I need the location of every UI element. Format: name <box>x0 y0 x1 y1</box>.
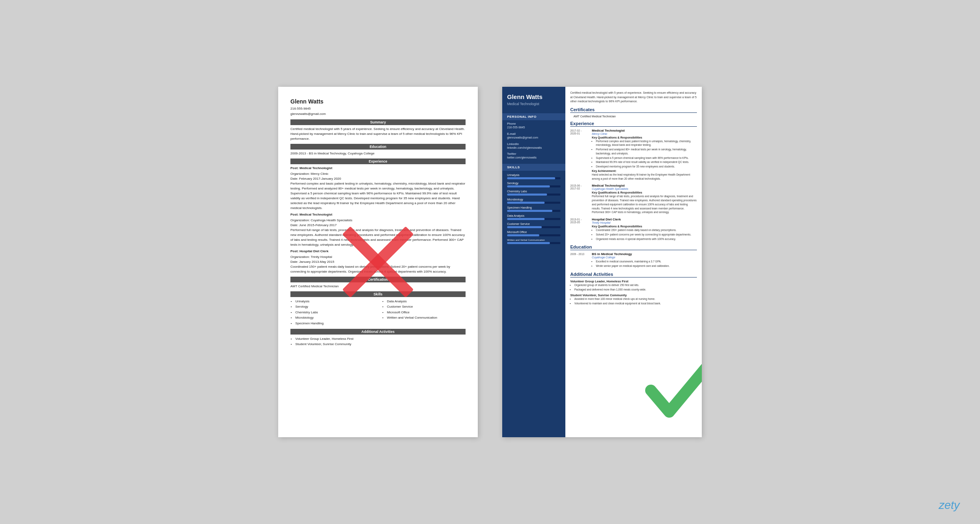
right-job3-title: Hospital Diet Clerk <box>592 218 697 221</box>
right-job1-achievement: Hand selected as the lead respiratory fi… <box>592 173 697 181</box>
act1-b2: Packaged and delivered more than 1,000 m… <box>574 288 697 292</box>
right-job1-kq: Key Qualifications & Responsibilities <box>592 136 697 139</box>
job3-desc: Coordinated 150+ patient meals daily bas… <box>290 264 466 274</box>
education-divider: Education <box>290 144 466 150</box>
right-edu: 2009 - 2013 BS in Medical Technology Cuy… <box>570 252 697 269</box>
skill-msoffice: Microsoft Office <box>387 310 466 315</box>
linkedin-field: LinkedIn linkedin.com/in/glennzwatts <box>502 141 565 151</box>
skill-bar-specimen: Specimen Handling <box>502 205 565 213</box>
activity1: Volunteer Group Leader, Homeless First <box>295 336 466 342</box>
zety-logo: zety <box>939 499 960 512</box>
phone-field: Phone 216-555-9845 <box>502 120 565 130</box>
right-job2-details: Medical Technologist Cuyahoga Health Spe… <box>592 184 697 214</box>
job1-desc: Performed complex and basic patient test… <box>290 181 466 211</box>
job2-post: Post: Medical Technologist <box>290 212 466 217</box>
right-job1-bullets: Performed complex and basic patient test… <box>592 139 697 169</box>
job3-post: Post: Hospital Diet Clerk <box>290 249 466 254</box>
skill-bar-verbal: Written and Verbal Communication <box>502 238 565 245</box>
cert-text: AMT Certified Medical Technician <box>570 115 697 118</box>
job3-date: Date: January 2013-May 2015 <box>290 260 466 264</box>
resume-left: Glenn Watts 216-555-9845 glennzwatts@gma… <box>278 87 478 437</box>
left-contact: 216-555-9845 glennzwatts@gmail.com <box>290 106 466 117</box>
skill-serology: Serology <box>295 304 374 310</box>
right-job1-b2: Performed and analyzed 80+ medical tests… <box>596 148 697 156</box>
job2-desc: Performed full range of lab tests, proce… <box>290 228 466 247</box>
linkedin-label: LinkedIn <box>507 143 560 145</box>
activity2: Student Volunteer, Sunrise Community <box>295 341 466 347</box>
right-job3-dates: 2013-01 - 2015-05 <box>570 218 589 241</box>
activity-1: Volunteer Group Leader, Homeless First O… <box>570 280 697 292</box>
job3: Post: Hospital Diet Clerk Organization: … <box>290 249 466 274</box>
summary-divider: Summary <box>290 119 466 125</box>
right-job3: 2013-01 - 2015-05 Hospital Diet Clerk Tr… <box>570 218 697 241</box>
act2-b1: Assisted in more than 100 minor medical … <box>574 297 697 301</box>
email-label: E-mail <box>507 132 560 135</box>
job1-post: Post: Medical Technologist <box>290 166 466 171</box>
right-job3-company: Trinity Hospital <box>592 221 697 224</box>
right-edu-b1: Excelled in medical coursework, maintain… <box>596 260 697 264</box>
skill-bar-customer: Customer Service <box>502 221 565 229</box>
cert-divider: Certification <box>290 277 466 282</box>
skills-bars: Urinalysis Serology Chemistry Labs Micro… <box>502 171 565 247</box>
right-name: Glenn Watts <box>507 93 560 101</box>
job2: Post: Medical Technologist Organization:… <box>290 212 466 247</box>
right-job1-company: Mercy Clinic <box>592 132 697 135</box>
cert-content: AMT Certified Medical Technician <box>290 284 466 289</box>
job3-post-label: Post: Hospital Diet Clerk <box>290 249 328 253</box>
skill-bar-micro: Microbiology <box>502 197 565 205</box>
email-value: glennzwatts@gmail.com <box>507 136 560 140</box>
right-job1-achievement-label: Key Achievement: <box>592 170 697 172</box>
right-edu-b2: Wrote senior paper on medical equipment … <box>596 264 697 268</box>
job1-date: Date: February 2017-January 2020 <box>290 176 466 181</box>
activity-2: Student Volunteer, Sunrise Community Ass… <box>570 293 697 306</box>
education-content: 2009-2013 - BS in Medical Technology, Cu… <box>290 151 466 156</box>
twitter-label: Twitter <box>507 152 560 155</box>
activity1-bullets: Organized group of students to deliver 2… <box>570 283 697 292</box>
activity1-title: Volunteer Group Leader, Homeless First <box>570 280 697 283</box>
left-email: glennzwatts@gmail.com <box>290 112 466 117</box>
right-summary: Certified medical technologist with 5 ye… <box>570 91 697 104</box>
act2-b2: Volunteered to maintain and clean medica… <box>574 302 697 306</box>
right-title: Medical Technologist <box>507 102 560 106</box>
job2-post-label: Post: Medical Technologist <box>290 213 332 216</box>
job1-post-label: Post: Medical Technologist <box>290 166 332 170</box>
right-job3-bullets: Coordinated 150+ patient meals daily bas… <box>592 228 697 241</box>
right-job2-kq: Key Qualifications & Responsibilities <box>592 191 697 194</box>
summary-content: Certified medical technologist with 5 ye… <box>290 127 466 141</box>
cert-heading: Certificates <box>570 107 697 113</box>
right-job2-company: Cuyahoga Health Specialists <box>592 187 697 190</box>
personal-info-label: Personal Info <box>502 113 565 120</box>
right-job2: 2015-06 - 2017-02 Medical Technologist C… <box>570 184 697 214</box>
skill-written: Written and Verbal Communication <box>387 315 466 321</box>
right-job2-text: Performed full range of lab tests, proce… <box>592 194 697 214</box>
skill-bar-chem: Chemistry Labs <box>502 189 565 197</box>
skill-bar-urinalysis: Urinalysis <box>502 172 565 181</box>
right-job3-b3: Organized meals across 4 special departm… <box>596 237 697 241</box>
education-heading: Education <box>570 244 697 250</box>
email-field: E-mail glennzwatts@gmail.com <box>502 130 565 141</box>
skills-col-left: Urinalysis Serology Chemistry Labs Micro… <box>290 299 374 326</box>
right-job2-dates: 2015-06 - 2017-02 <box>570 184 589 214</box>
twitter-field: Twitter twitter.com/glennzwatts <box>502 150 565 161</box>
activities-heading: Additional Activities <box>570 272 697 277</box>
right-job1-details: Medical Technologist Mercy Clinic Key Qu… <box>592 129 697 181</box>
right-job3-kq: Key Qualifications & Responsibilities <box>592 225 697 228</box>
skill-bar-msoffice: Microsoft Office <box>502 229 565 238</box>
skill-bar-serology: Serology <box>502 181 565 189</box>
sidebar-header: Glenn Watts Medical Technologist <box>502 87 565 110</box>
right-job2-title: Medical Technologist <box>592 184 697 187</box>
right-edu-degree: BS in Medical Technology <box>592 252 697 256</box>
right-main-content: Certified medical technologist with 5 ye… <box>565 87 702 437</box>
right-edu-dates: 2009 - 2013 <box>570 252 589 269</box>
phone-label: Phone <box>507 122 560 125</box>
skill-data: Data Analysis <box>387 299 466 304</box>
skill-micro: Microbiology <box>295 315 374 321</box>
phone-value: 216-555-9845 <box>507 125 560 130</box>
activity2-bullets: Assisted in more than 100 minor medical … <box>570 297 697 306</box>
skills-section-label: Skills <box>502 164 565 171</box>
resume-right: Glenn Watts Medical Technologist Persona… <box>502 87 702 437</box>
skill-bar-data: Data Analysis <box>502 213 565 221</box>
right-job1-b4: Maintained 99.9% rate of test result val… <box>596 160 697 164</box>
activities-content: Volunteer Group Leader, Homeless First S… <box>290 336 466 347</box>
skill-specimen: Specimen Handling <box>295 321 374 326</box>
